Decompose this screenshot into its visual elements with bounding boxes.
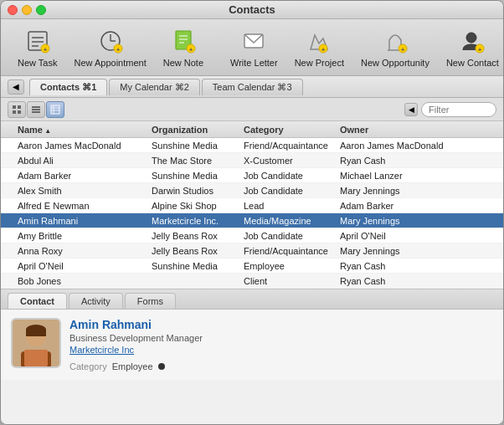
row-dot-cell: [1, 142, 14, 149]
row-dot-cell: [1, 218, 14, 224]
tab-my-calendar[interactable]: My Calendar ⌘2: [109, 79, 200, 95]
svg-rect-30: [32, 106, 40, 108]
svg-point-23: [466, 33, 476, 43]
view-list-button[interactable]: [46, 101, 64, 118]
table-row[interactable]: Abdul Ali The Mac Store X-Customer Ryan …: [1, 153, 503, 168]
tab-team-calendar[interactable]: Team Calendar ⌘3: [202, 79, 303, 95]
row-name: Adam Barker: [14, 171, 148, 181]
table-header: Name Organization Category Owner: [1, 121, 503, 138]
nav-back-button[interactable]: ◀: [8, 79, 24, 95]
write-letter-label: Write Letter: [230, 58, 278, 68]
letter-icon: [240, 28, 267, 54]
new-task-button[interactable]: + New Task: [11, 24, 64, 71]
view-card-button[interactable]: [8, 101, 26, 118]
row-dot-cell: [1, 278, 14, 284]
table-row[interactable]: Bob Jones Client Ryan Cash: [1, 274, 503, 289]
row-cat: Job Candidate: [240, 171, 337, 181]
row-name: Amy Brittle: [14, 231, 148, 241]
new-project-label: New Project: [295, 58, 344, 68]
new-opportunity-button[interactable]: + New Opportunity: [354, 24, 436, 71]
row-dot-cell: [1, 248, 14, 254]
svg-rect-40: [26, 330, 46, 336]
tab-contact-detail[interactable]: Contact: [8, 293, 67, 309]
new-appointment-label: New Appointment: [74, 58, 146, 68]
col-cat[interactable]: Category: [240, 125, 337, 135]
table-row[interactable]: Amin Rahmani Marketcircle Inc. Media/Mag…: [1, 213, 503, 228]
col-owner[interactable]: Owner: [337, 125, 503, 135]
bottom-panel: Contact Activity Forms: [1, 289, 503, 424]
table-row[interactable]: Adam Barker Sunshine Media Job Candidate…: [1, 168, 503, 183]
tab-contacts[interactable]: Contacts ⌘1: [29, 79, 107, 95]
main-window: Contacts + New Task: [0, 0, 504, 425]
row-cat: Friend/Acquaintance: [240, 141, 337, 151]
row-name: Alfred E Newman: [14, 201, 148, 211]
row-owner: Mary Jennings: [337, 216, 503, 226]
row-owner: Mary Jennings: [337, 186, 503, 196]
new-project-button[interactable]: + New Project: [288, 24, 351, 71]
row-dot-cell: [1, 187, 14, 194]
row-dot-cell: [1, 202, 14, 209]
row-org: Marketcircle Inc.: [148, 216, 240, 226]
row-name: Abdul Ali: [14, 156, 148, 166]
new-opportunity-label: New Opportunity: [361, 58, 429, 68]
title-bar: Contacts: [1, 1, 503, 19]
row-owner: Mary Jennings: [337, 246, 503, 256]
tab-bar: ◀ Contacts ⌘1 My Calendar ⌘2 Team Calend…: [1, 76, 503, 98]
svg-text:+: +: [116, 46, 120, 54]
row-cat: Friend/Acquaintance: [240, 246, 337, 256]
table-row[interactable]: April O'Neil Sunshine Media Employee Rya…: [1, 259, 503, 274]
new-note-button[interactable]: + New Note: [157, 24, 210, 71]
filter-input[interactable]: [421, 102, 496, 117]
new-contact-button[interactable]: + New Contact: [440, 24, 504, 71]
col-name[interactable]: Name: [14, 125, 148, 135]
row-cat: X-Customer: [240, 156, 337, 166]
row-owner: Adam Barker: [337, 201, 503, 211]
table-row[interactable]: Aaron James MacDonald Sunshine Media Fri…: [1, 138, 503, 153]
contact-detail-content: Amin Rahmani Business Development Manage…: [1, 310, 503, 380]
tab-activity-detail[interactable]: Activity: [69, 293, 123, 309]
row-name: April O'Neil: [14, 261, 148, 271]
view-column-button[interactable]: [27, 101, 45, 118]
table-row[interactable]: Alex Smith Darwin Studios Job Candidate …: [1, 183, 503, 198]
category-dot: [158, 363, 165, 370]
table-row[interactable]: Alfred E Newman Alpine Ski Shop Lead Ada…: [1, 198, 503, 213]
new-note-label: New Note: [163, 58, 203, 68]
close-button[interactable]: [8, 5, 18, 15]
row-cat: Lead: [240, 201, 337, 211]
traffic-lights: [8, 5, 46, 15]
svg-rect-28: [13, 110, 16, 114]
contact-company-link[interactable]: Marketcircle Inc: [69, 345, 493, 355]
row-name: Bob Jones: [14, 276, 148, 286]
task-icon: +: [24, 28, 51, 54]
new-appointment-button[interactable]: + New Appointment: [67, 24, 152, 71]
detail-tabs: Contact Activity Forms: [1, 289, 503, 310]
svg-rect-31: [32, 109, 40, 110]
write-letter-button[interactable]: Write Letter: [224, 24, 285, 71]
minimize-button[interactable]: [22, 5, 32, 15]
col-org[interactable]: Organization: [148, 125, 240, 135]
maximize-button[interactable]: [36, 5, 46, 15]
row-dot-cell: [1, 157, 14, 164]
row-owner: Aaron James MacDonald: [337, 141, 503, 151]
tab-forms-detail[interactable]: Forms: [125, 293, 176, 309]
note-icon: +: [170, 28, 197, 54]
row-name: Aaron James MacDonald: [14, 141, 148, 151]
new-task-label: New Task: [18, 58, 57, 68]
category-label: Category: [69, 361, 107, 371]
project-icon: +: [306, 28, 332, 54]
row-org: Darwin Studios: [148, 186, 240, 196]
contact-title: Business Development Manager: [69, 333, 493, 343]
table-body: Aaron James MacDonald Sunshine Media Fri…: [1, 138, 503, 289]
filter-area: ◀: [404, 102, 496, 117]
row-org: Sunshine Media: [148, 141, 240, 151]
filter-nav-button[interactable]: ◀: [404, 103, 418, 116]
row-owner: Ryan Cash: [337, 276, 503, 286]
category-value: Employee: [112, 361, 153, 371]
table-row[interactable]: Anna Roxy Jelly Beans Rox Friend/Acquain…: [1, 243, 503, 259]
opportunity-icon: +: [382, 28, 409, 54]
svg-text:+: +: [478, 46, 482, 54]
row-cat: Client: [240, 276, 337, 286]
row-owner: Ryan Cash: [337, 261, 503, 271]
table-row[interactable]: Amy Brittle Jelly Beans Rox Job Candidat…: [1, 228, 503, 243]
row-dot-cell: [1, 233, 14, 239]
